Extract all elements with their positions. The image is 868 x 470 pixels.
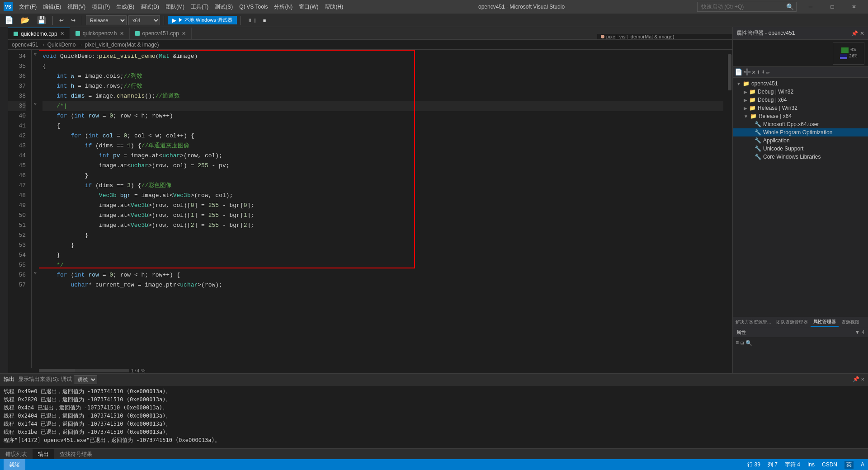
code-line-47[interactable]: if (dims == 3) {//彩色图像	[42, 181, 723, 191]
code-line-44[interactable]: int pv = image.at<uchar>(row, col);	[42, 151, 723, 161]
output-pin-icon[interactable]: 📌	[853, 376, 859, 383]
tab-opencv451[interactable]: opencv451.cpp ✕	[130, 28, 192, 39]
open-file-button[interactable]: 📂	[18, 15, 33, 25]
delete-prop-icon[interactable]: ✕	[752, 68, 755, 76]
close-button[interactable]: ✕	[844, 0, 864, 14]
tree-expand-debug-win32[interactable]: ▶	[744, 89, 747, 94]
code-line-45[interactable]: image.at<uchar>(row, col) = 255 - pv;	[42, 161, 723, 171]
tree-item-release-x64[interactable]: ▼ 📁 Release | x64	[733, 112, 868, 120]
attach-button[interactable]: ⏸ ‖	[245, 17, 259, 24]
fold-34[interactable]: ▽	[32, 50, 39, 60]
code-line-38[interactable]: int dims = image.channels();//通道数	[42, 91, 723, 101]
save-button[interactable]: 💾	[34, 15, 49, 25]
menu-test[interactable]: 测试(S)	[212, 3, 236, 11]
tree-item-debug-win32[interactable]: ▶ 📁 Debug | Win32	[733, 88, 868, 96]
menu-qt[interactable]: Qt VS Tools	[236, 4, 270, 10]
code-line-36[interactable]: int w = image.cols;//列数	[42, 71, 723, 81]
maximize-button[interactable]: □	[822, 0, 843, 14]
menu-file[interactable]: 文件(F)	[16, 3, 39, 11]
props-dock-icon[interactable]: 4	[862, 329, 864, 335]
breadcrumb-symbol[interactable]: pixel_visit_demo(Mat & image)	[85, 42, 159, 48]
props-group-icon[interactable]: ⊞	[741, 340, 744, 347]
new-prop-page-icon[interactable]: 📄	[735, 68, 742, 76]
code-line-49[interactable]: image.at<Vec3b>(row, col)[0] = 255 - bgr…	[42, 201, 723, 211]
code-line-55[interactable]: */	[42, 260, 723, 270]
code-line-40[interactable]: for (int row = 0; row < h; row++)	[42, 111, 723, 121]
code-scroll-container[interactable]: 34 35 36 37 38 39 40 41 42 43 44 45 46 4…	[8, 50, 732, 368]
move-down-icon[interactable]: ⬇	[761, 68, 765, 76]
tree-item-cpp-user[interactable]: 🔧 Microsoft.Cpp.x64.user	[733, 120, 868, 128]
rp-tab-solution[interactable]: 解决方案资源管...	[733, 317, 774, 327]
h-scroll-thumb[interactable]	[39, 369, 75, 372]
code-line-41[interactable]: {	[42, 121, 723, 131]
move-up-icon[interactable]: ⬆	[756, 68, 760, 76]
pin-icon[interactable]: 📌	[851, 30, 858, 37]
code-line-42[interactable]: for (int col = 0; col < w; col++) {	[42, 131, 723, 141]
code-line-43[interactable]: if (dims == 1) {//单通道灰度图像	[42, 141, 723, 151]
tree-item-opencv451[interactable]: ▼ 📁 opencv451	[733, 80, 868, 88]
menu-view[interactable]: 视图(V)	[65, 3, 88, 11]
new-file-button[interactable]: 📄	[2, 15, 16, 25]
tree-expand-opencv451[interactable]: ▼	[736, 81, 741, 86]
output-source-select[interactable]: 调试	[74, 375, 97, 384]
out-tab-errors[interactable]: 错误列表	[0, 449, 33, 459]
code-line-53[interactable]: }	[42, 240, 723, 250]
menu-project[interactable]: 项目(P)	[89, 3, 113, 11]
status-csdn[interactable]: CSDN	[822, 461, 837, 468]
code-line-52[interactable]: }	[42, 230, 723, 240]
menu-edit[interactable]: 编辑(E)	[40, 3, 64, 11]
code-line-50[interactable]: image.at<Vec3b>(row, col)[1] = 255 - bgr…	[42, 211, 723, 221]
tree-item-whole-program[interactable]: 🔧 Whole Program Optimization	[733, 128, 868, 136]
ready-status[interactable]: 就绪	[4, 459, 25, 470]
breadcrumb-project[interactable]: opencv451	[12, 42, 38, 48]
menu-help[interactable]: 帮助(H)	[322, 3, 346, 11]
out-tab-output[interactable]: 输出	[33, 449, 54, 459]
tab-quickopencv-close[interactable]: ✕	[120, 31, 124, 37]
code-line-51[interactable]: image.at<Vec3b>(row, col)[2] = 255 - bgr…	[42, 221, 723, 230]
tree-item-release-win32[interactable]: ▶ 📁 Release | Win32	[733, 104, 868, 112]
tab-quickdemo[interactable]: quickdemo.cpp ✕	[8, 28, 70, 39]
rename-icon[interactable]: ✏	[766, 68, 769, 76]
props-search2-icon[interactable]: 🔍	[745, 340, 752, 347]
breadcrumb-func[interactable]: QuickDemo	[47, 42, 76, 48]
code-line-37[interactable]: int h = image.rows;//行数	[42, 81, 723, 91]
quick-search-input[interactable]	[697, 2, 797, 12]
panel-close-icon[interactable]: ✕	[860, 30, 864, 37]
tree-expand-release-win32[interactable]: ▶	[744, 106, 747, 111]
menu-tools[interactable]: 工具(T)	[188, 3, 211, 11]
scroll-thumb[interactable]	[728, 54, 731, 90]
run-button[interactable]: ▶ ▶ 本地 Windows 调试器	[168, 16, 237, 24]
code-line-35[interactable]: {	[42, 61, 723, 71]
config-dropdown[interactable]: Release	[86, 15, 127, 25]
redo-button[interactable]: ↪	[68, 16, 78, 24]
code-line-46[interactable]: }	[42, 171, 723, 181]
menu-team[interactable]: 团队(M)	[163, 3, 187, 11]
rp-tab-team[interactable]: 团队资源管理器	[774, 317, 811, 327]
fold-56[interactable]: ▽	[32, 268, 39, 278]
status-extra[interactable]: A	[861, 461, 864, 468]
code-line-57[interactable]: uchar* current_row = image.ptr<uchar>(ro…	[42, 280, 723, 290]
tree-expand-debug-x64[interactable]: ▶	[744, 98, 747, 103]
vertical-scrollbar[interactable]	[727, 50, 732, 368]
menu-debug[interactable]: 调试(D)	[138, 3, 162, 11]
code-line-39[interactable]: /*|	[42, 101, 723, 111]
stop-button[interactable]: ■	[260, 17, 269, 24]
platform-dropdown[interactable]: x64	[128, 15, 160, 25]
tree-item-debug-x64[interactable]: ▶ 📁 Debug | x64	[733, 96, 868, 104]
code-line-48[interactable]: Vec3b bgr = image.at<Vec3b>(row, col);	[42, 191, 723, 201]
menu-build[interactable]: 生成(B)	[113, 3, 137, 11]
horizontal-scrollbar[interactable]: 174 %	[8, 368, 732, 373]
code-line-54[interactable]: }	[42, 250, 723, 260]
tree-item-core-windows[interactable]: 🔧 Core Windows Libraries	[733, 153, 868, 161]
fold-39[interactable]: ▽	[32, 99, 39, 109]
tab-quickopencv[interactable]: quickopencv.h ✕	[70, 28, 130, 39]
output-content[interactable]: 线程 0x49e0 已退出，返回值为 -1073741510 (0xe00001…	[0, 385, 868, 448]
props-sort-icon[interactable]: ≡	[736, 340, 739, 347]
undo-button[interactable]: ↩	[57, 16, 66, 24]
tab-opencv451-close[interactable]: ✕	[182, 31, 186, 37]
props-pin-icon[interactable]: ▼	[855, 329, 860, 335]
output-close-icon[interactable]: ✕	[861, 376, 864, 383]
h-scroll-track[interactable]	[39, 369, 129, 372]
tree-expand-release-x64[interactable]: ▼	[744, 114, 748, 119]
rp-tab-resource[interactable]: 资源视图	[839, 317, 862, 327]
